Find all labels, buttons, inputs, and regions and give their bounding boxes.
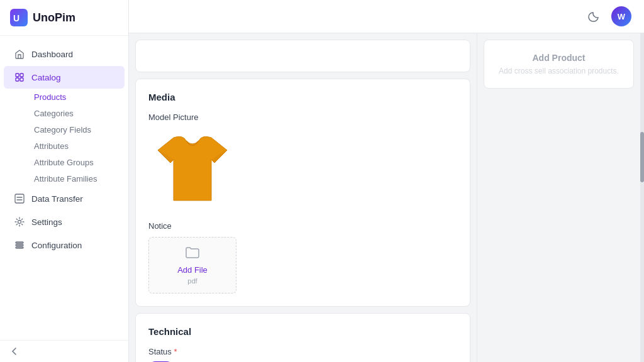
sidebar-item-settings[interactable]: Settings bbox=[4, 211, 125, 233]
svg-rect-2 bbox=[16, 74, 19, 77]
svg-rect-8 bbox=[16, 242, 23, 243]
sidebar-item-attribute-families[interactable]: Attribute Families bbox=[28, 171, 125, 187]
sidebar-item-configuration[interactable]: Configuration bbox=[4, 234, 125, 256]
topbar: W bbox=[129, 0, 644, 33]
sidebar-item-attributes[interactable]: Attributes bbox=[28, 138, 125, 154]
svg-rect-4 bbox=[16, 78, 19, 81]
svg-point-7 bbox=[18, 221, 21, 224]
media-card: Media Model Picture Notice bbox=[135, 79, 470, 307]
sidebar-item-products[interactable]: Products bbox=[28, 89, 125, 105]
sidebar-item-catalog-label: Catalog bbox=[31, 73, 61, 82]
scrollbar-thumb[interactable] bbox=[640, 132, 644, 182]
main-area: W Media Model Picture bbox=[129, 0, 644, 362]
add-file-button[interactable]: Add File pdf bbox=[148, 237, 236, 293]
sidebar-item-attribute-groups[interactable]: Attribute Groups bbox=[28, 155, 125, 170]
folder-icon bbox=[185, 246, 200, 263]
catalog-subitems: Products Categories Category Fields Attr… bbox=[0, 89, 128, 187]
model-picture-container[interactable] bbox=[148, 128, 236, 210]
status-required-mark: * bbox=[174, 347, 177, 356]
sidebar-item-dashboard-label: Dashboard bbox=[31, 50, 73, 59]
media-title: Media bbox=[148, 92, 457, 102]
status-label: Status * bbox=[148, 347, 457, 356]
logo: U UnoPim bbox=[0, 0, 128, 36]
add-file-label: Add File bbox=[177, 265, 208, 275]
home-icon bbox=[14, 48, 25, 60]
svg-rect-5 bbox=[20, 78, 23, 81]
sidebar-nav: Dashboard Catalog Products Categories Ca… bbox=[0, 36, 128, 340]
svg-rect-3 bbox=[20, 74, 23, 77]
config-icon bbox=[14, 239, 25, 251]
content-scroll: Media Model Picture Notice bbox=[129, 33, 644, 362]
model-picture-label: Model Picture bbox=[148, 112, 457, 122]
svg-rect-10 bbox=[16, 247, 23, 248]
grid-icon bbox=[14, 72, 25, 83]
partial-top-card bbox=[135, 40, 470, 72]
sidebar-item-configuration-label: Configuration bbox=[31, 241, 82, 250]
transfer-icon bbox=[14, 193, 25, 204]
right-panel: Add Product Add cross sell association p… bbox=[477, 33, 640, 362]
technical-card: Technical Status * Release Data Expire D… bbox=[135, 313, 470, 362]
sidebar: U UnoPim Dashboard Catalog Products Cate… bbox=[0, 0, 129, 362]
sidebar-item-categories[interactable]: Categories bbox=[28, 106, 125, 121]
sidebar-item-dashboard[interactable]: Dashboard bbox=[4, 43, 125, 65]
sidebar-item-settings-label: Settings bbox=[31, 217, 62, 227]
add-product-title: Add Product bbox=[497, 53, 621, 63]
avatar[interactable]: W bbox=[611, 6, 631, 26]
svg-rect-6 bbox=[15, 194, 24, 203]
sidebar-item-data-transfer[interactable]: Data Transfer bbox=[4, 187, 125, 210]
logo-icon: U bbox=[10, 9, 28, 26]
svg-text:U: U bbox=[13, 13, 19, 23]
add-file-sub: pdf bbox=[187, 277, 197, 285]
add-product-sub: Add cross sell association products. bbox=[497, 67, 621, 75]
notice-label: Notice bbox=[148, 221, 457, 231]
collapse-button[interactable] bbox=[10, 347, 118, 356]
settings-icon bbox=[14, 216, 25, 228]
scrollbar[interactable] bbox=[640, 33, 644, 362]
sidebar-item-category-fields[interactable]: Category Fields bbox=[28, 122, 125, 138]
technical-title: Technical bbox=[148, 326, 457, 337]
logo-text: UnoPim bbox=[33, 11, 75, 25]
sidebar-item-data-transfer-label: Data Transfer bbox=[31, 194, 83, 204]
sidebar-bottom bbox=[0, 340, 128, 362]
tshirt-image bbox=[152, 131, 233, 207]
svg-rect-9 bbox=[16, 244, 23, 246]
dark-mode-button[interactable] bbox=[584, 6, 604, 26]
sidebar-item-catalog[interactable]: Catalog bbox=[4, 66, 125, 89]
center-panel: Media Model Picture Notice bbox=[129, 33, 477, 362]
add-product-card: Add Product Add cross sell association p… bbox=[484, 40, 634, 89]
